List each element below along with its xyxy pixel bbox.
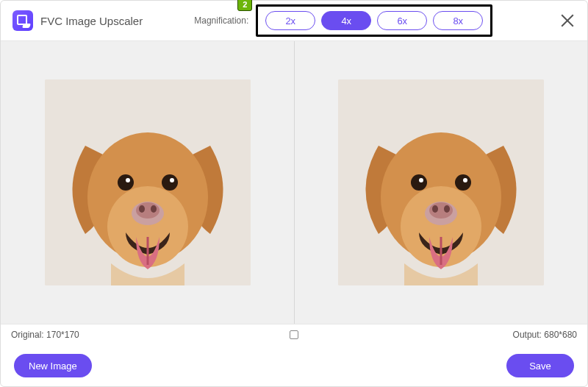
app-title: FVC Image Upscaler bbox=[40, 15, 143, 27]
svg-point-3 bbox=[118, 174, 134, 191]
magnification-group: 2 2x 4x 6x 8x bbox=[256, 4, 492, 37]
svg-point-10 bbox=[151, 205, 157, 213]
new-image-button[interactable]: New Image bbox=[14, 354, 92, 377]
output-label: Output: bbox=[513, 330, 542, 340]
original-pane bbox=[1, 41, 294, 324]
dog-image-icon bbox=[338, 79, 544, 285]
save-button[interactable]: Save bbox=[506, 354, 574, 377]
output-pane bbox=[294, 41, 587, 324]
svg-point-14 bbox=[411, 174, 427, 191]
app-window: FVC Image Upscaler Magnification: 2 2x 4… bbox=[0, 0, 588, 387]
preview-area bbox=[1, 40, 587, 324]
link-checkbox-icon[interactable] bbox=[290, 330, 298, 339]
original-label: Original: bbox=[11, 330, 44, 340]
svg-point-15 bbox=[455, 174, 471, 191]
dog-image-icon bbox=[45, 79, 251, 285]
original-image bbox=[45, 79, 251, 285]
svg-point-21 bbox=[444, 205, 450, 213]
app-logo-icon bbox=[12, 10, 33, 31]
output-size-label: Output: 680*680 bbox=[513, 330, 577, 340]
original-value: 170*170 bbox=[46, 330, 79, 340]
svg-point-20 bbox=[432, 205, 438, 213]
svg-point-17 bbox=[463, 178, 467, 182]
annotation-badge: 2 bbox=[237, 0, 252, 11]
original-size-label: Original: 170*170 bbox=[11, 330, 79, 340]
output-value: 680*680 bbox=[544, 330, 577, 340]
header-bar: FVC Image Upscaler Magnification: 2 2x 4… bbox=[1, 1, 587, 40]
magnification-4x-button[interactable]: 4x bbox=[321, 11, 371, 30]
footer-bar: New Image Save bbox=[1, 345, 587, 386]
magnification-label: Magnification: bbox=[194, 15, 248, 26]
svg-point-16 bbox=[419, 178, 423, 182]
svg-point-9 bbox=[139, 205, 145, 213]
magnification-2x-button[interactable]: 2x bbox=[265, 11, 315, 30]
magnification-8x-button[interactable]: 8x bbox=[433, 11, 483, 30]
svg-point-5 bbox=[126, 178, 130, 182]
svg-point-6 bbox=[170, 178, 174, 182]
svg-point-4 bbox=[162, 174, 178, 191]
magnification-6x-button[interactable]: 6x bbox=[377, 11, 427, 30]
output-image bbox=[338, 79, 544, 285]
close-icon[interactable] bbox=[558, 11, 577, 30]
info-bar: Original: 170*170 Output: 680*680 bbox=[1, 324, 587, 345]
